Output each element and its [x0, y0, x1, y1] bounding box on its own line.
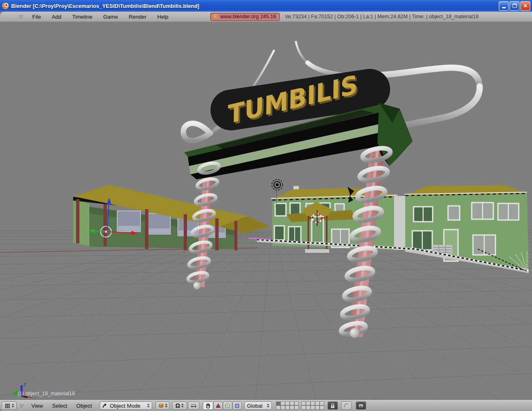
grid-icon	[5, 403, 10, 409]
header-collapse-icon[interactable]: ▽	[19, 14, 22, 20]
hand-icon	[205, 403, 211, 409]
dotted-move-icon	[190, 403, 197, 409]
viewport-info-text: (1) object_18_material18	[17, 391, 75, 396]
scale-toggle-button[interactable]	[232, 401, 242, 410]
layer-toggle-9[interactable]	[290, 406, 294, 410]
blender-logo-icon	[2, 2, 9, 10]
viewport-3d[interactable]: TUMBILIS TUMBILIS	[0, 22, 532, 399]
layer-toggle-13[interactable]	[310, 401, 315, 406]
minimize-button[interactable]	[499, 1, 509, 11]
menu-file[interactable]: File	[27, 12, 46, 21]
rotate-toggle-button[interactable]	[223, 401, 232, 410]
blue-square-icon	[235, 404, 239, 408]
layer-toggle-8[interactable]	[285, 406, 290, 410]
layer-toggle-6[interactable]	[276, 406, 281, 410]
menu-render[interactable]: Render	[123, 12, 152, 21]
layer-toggle-3[interactable]	[285, 401, 290, 406]
mode-stepper[interactable]	[147, 404, 150, 408]
orientation-stepper[interactable]	[267, 404, 269, 408]
axis-x-label: x	[34, 396, 36, 399]
render-preview-button[interactable]	[356, 401, 366, 410]
scene-canvas[interactable]: TUMBILIS TUMBILIS	[0, 22, 532, 399]
mode-arrow-icon	[102, 403, 108, 409]
main-header: ▽ File Add Timeline Game Render Help www…	[0, 12, 532, 22]
menu-game[interactable]: Game	[98, 12, 123, 21]
lock-button[interactable]	[328, 401, 338, 410]
layer-toggle-19[interactable]	[315, 406, 320, 410]
restore-button[interactable]	[510, 1, 520, 11]
layer-toggle-11[interactable]	[301, 401, 306, 406]
mode-dropdown[interactable]: Object Mode	[100, 401, 152, 410]
scene-stats: Ve:73234 | Fa:70152 | Ob:206-1 | La:1 | …	[285, 14, 478, 20]
right-column-ball	[350, 328, 360, 338]
left-column-ball	[193, 282, 201, 289]
layer-toggle-14[interactable]	[315, 401, 320, 406]
menu-timeline[interactable]: Timeline	[67, 12, 98, 21]
layer-buttons-group-1[interactable]	[276, 401, 299, 410]
draw-type-stepper[interactable]	[165, 404, 167, 408]
window-title: Blender [C:\Proy\Proy\Escemarios_YESID\T…	[11, 3, 199, 9]
magnet-icon	[344, 403, 349, 409]
layer-toggle-5[interactable]	[294, 401, 299, 406]
orientation-label: Global	[247, 403, 264, 409]
cube-icon	[158, 403, 164, 409]
viewport-collapse-icon[interactable]: ▽	[20, 403, 23, 409]
layer-toggle-1[interactable]	[276, 401, 281, 406]
layer-toggle-18[interactable]	[310, 406, 315, 410]
axis-z-label: z	[23, 382, 26, 387]
editor-type-button[interactable]	[2, 401, 17, 410]
manipulator-options-button[interactable]	[188, 401, 200, 410]
padlock-icon	[330, 403, 335, 409]
snap-button[interactable]	[341, 401, 352, 410]
layer-toggle-2[interactable]	[281, 401, 285, 406]
viewport-header: ▽ View Select Object Object Mode Ω	[0, 399, 532, 411]
red-cone-icon	[216, 403, 221, 408]
orientation-dropdown[interactable]: Global	[244, 401, 272, 410]
blender-logo-icon	[213, 14, 218, 19]
editor-type-stepper[interactable]	[12, 404, 14, 408]
green-ring-icon	[225, 403, 230, 409]
menu-help[interactable]: Help	[152, 12, 174, 21]
menu-view[interactable]: View	[27, 401, 47, 410]
title-bar[interactable]: Blender [C:\Proy\Proy\Escemarios_YESID\T…	[0, 0, 532, 12]
layer-toggle-7[interactable]	[281, 406, 285, 410]
menu-object[interactable]: Object	[72, 401, 97, 410]
mode-label: Object Mode	[110, 403, 144, 409]
image-icon	[358, 404, 364, 408]
layer-toggle-15[interactable]	[320, 401, 324, 406]
close-button[interactable]: ✕	[520, 1, 530, 11]
translate-toggle-button[interactable]	[213, 401, 223, 410]
pivot-omega-icon: Ω	[175, 402, 180, 409]
blender-org-label: www.blender.org 245.16	[220, 14, 276, 20]
layer-buttons-group-2[interactable]	[301, 401, 324, 410]
menu-add[interactable]: Add	[46, 12, 66, 21]
manipulator-hand-button[interactable]	[203, 401, 213, 410]
layer-toggle-16[interactable]	[301, 406, 306, 410]
layer-toggle-17[interactable]	[306, 406, 310, 410]
layer-toggle-20[interactable]	[320, 406, 324, 410]
pivot-stepper[interactable]	[181, 404, 184, 408]
pivot-button[interactable]: Ω	[172, 401, 187, 410]
menu-select[interactable]: Select	[47, 401, 71, 410]
blender-org-button[interactable]: www.blender.org 245.16	[210, 13, 280, 21]
layer-toggle-4[interactable]	[290, 401, 294, 406]
layer-toggle-10[interactable]	[294, 406, 299, 410]
draw-type-button[interactable]	[155, 401, 170, 410]
blender-window: Blender [C:\Proy\Proy\Escemarios_YESID\T…	[0, 0, 532, 411]
layer-toggle-12[interactable]	[306, 401, 310, 406]
